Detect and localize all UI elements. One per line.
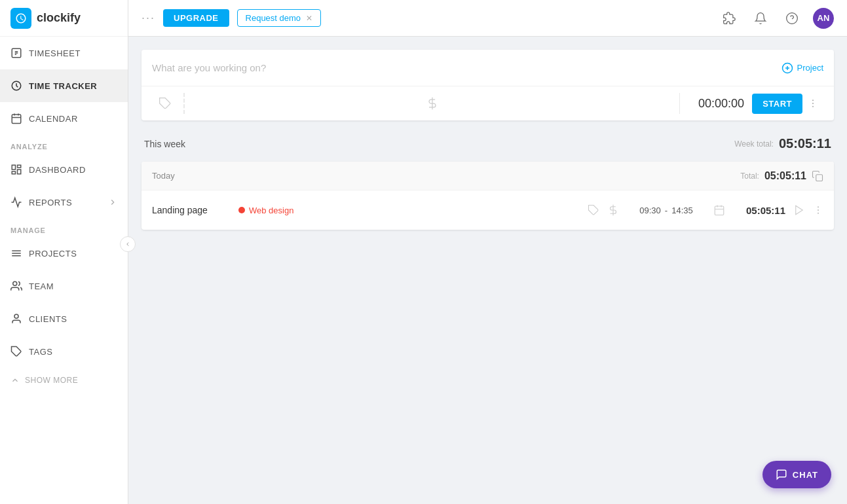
dollar-icon — [607, 204, 619, 216]
help-icon[interactable] — [781, 8, 802, 29]
project-dot — [238, 207, 245, 213]
bell-icon[interactable] — [750, 8, 771, 29]
sidebar-item-reports[interactable]: REPORTS — [0, 186, 128, 219]
timer-middle — [190, 90, 674, 117]
sidebar-item-time-tracker[interactable]: TIME TRACKER — [0, 69, 128, 102]
entry-play-button[interactable] — [793, 204, 805, 216]
calendar-icon — [713, 204, 725, 216]
chat-button[interactable]: CHAT — [762, 461, 831, 488]
copy-day-button[interactable] — [812, 170, 823, 182]
tag-icon — [159, 97, 172, 110]
chat-label: CHAT — [793, 470, 818, 480]
sidebar-item-projects[interactable]: PROJECTS — [0, 237, 128, 270]
svg-rect-5 — [12, 115, 21, 124]
chat-icon — [776, 469, 787, 480]
svg-marker-33 — [796, 206, 803, 215]
entry-tag-button[interactable] — [588, 204, 599, 216]
tag-button[interactable] — [152, 90, 178, 117]
entry-project-name[interactable]: Web design — [249, 206, 293, 215]
clients-icon — [10, 313, 22, 325]
projects-label: PROJECTS — [29, 249, 77, 259]
show-more-label: SHOW MORE — [25, 376, 78, 385]
collapse-icon — [124, 241, 131, 247]
sidebar-item-tags[interactable]: TAGS — [0, 335, 128, 368]
entry-time-start[interactable]: 09:30 — [639, 206, 661, 215]
sidebar-collapse-button[interactable] — [120, 236, 136, 252]
day-group-today: Today Total: 05:05:11 Landing page Web d… — [141, 162, 834, 230]
svg-point-25 — [812, 106, 814, 107]
logo-icon — [10, 8, 31, 29]
calendar-icon — [10, 113, 22, 124]
chevron-up-icon — [10, 376, 20, 385]
upgrade-button[interactable]: UPGRADE — [163, 9, 229, 27]
start-button[interactable]: START — [752, 94, 802, 114]
week-total-area: Week total: 05:05:11 — [734, 136, 831, 151]
topbar-dots[interactable]: ··· — [141, 11, 155, 25]
svg-rect-9 — [12, 165, 15, 170]
svg-point-35 — [818, 209, 819, 211]
puzzle-icon[interactable] — [719, 8, 740, 29]
time-tracker-icon — [10, 80, 22, 92]
svg-point-24 — [812, 103, 814, 104]
copy-icon — [812, 170, 823, 182]
add-project-button[interactable]: Project — [781, 62, 823, 74]
timer-input-row: Project — [141, 50, 834, 86]
svg-rect-12 — [12, 171, 15, 174]
week-total-label: Week total: — [734, 139, 774, 149]
calendar-label: CALENDAR — [29, 114, 78, 124]
tag-icon — [588, 204, 599, 216]
ellipsis-vertical-icon — [808, 98, 818, 109]
sidebar-item-calendar[interactable]: CALENDAR — [0, 102, 128, 135]
entry-calendar-button[interactable] — [713, 204, 725, 216]
entry-description: Landing page — [152, 205, 231, 215]
entry-billing-button[interactable] — [607, 204, 619, 216]
svg-point-16 — [787, 12, 798, 24]
project-label: Project — [797, 63, 823, 73]
entry-project: Web design — [238, 206, 293, 215]
table-row: Landing page Web design 09:30 - 14:35 — [141, 190, 834, 230]
sidebar-item-team[interactable]: TEAM — [0, 270, 128, 302]
analyze-section-label: ANALYZE — [0, 135, 128, 153]
divider-2 — [679, 93, 680, 114]
divider-1 — [183, 93, 185, 114]
timer-card: Project 00:00:00 START — [141, 50, 834, 120]
week-header: This week Week total: 05:05:11 — [141, 131, 834, 156]
ellipsis-vertical-icon — [813, 205, 823, 215]
timer-display: 00:00:00 — [685, 97, 744, 111]
logo-text: clockify — [37, 11, 81, 25]
svg-rect-26 — [816, 174, 823, 181]
timer-controls-row: 00:00:00 START — [141, 86, 834, 120]
timer-description-input[interactable] — [152, 62, 781, 73]
time-tracker-label: TIME TRACKER — [29, 81, 97, 91]
entry-duration: 05:05:11 — [733, 205, 785, 216]
billing-button[interactable] — [419, 90, 445, 117]
chevron-right-icon — [108, 198, 117, 207]
reports-icon — [10, 196, 22, 208]
sidebar-item-timesheet[interactable]: TIMESHEET — [0, 37, 128, 69]
svg-point-34 — [818, 206, 819, 207]
topbar-right: AN — [719, 8, 834, 29]
entry-more-button[interactable] — [813, 205, 823, 215]
svg-point-13 — [13, 281, 17, 285]
sidebar-item-dashboard[interactable]: DASHBOARD — [0, 153, 128, 186]
timesheet-icon — [10, 47, 22, 59]
timesheet-label: TIMESHEET — [29, 48, 81, 58]
main-area: ··· UPGRADE Request demo ✕ AN — [128, 0, 847, 504]
topbar: ··· UPGRADE Request demo ✕ AN — [128, 0, 847, 37]
projects-icon — [10, 247, 22, 259]
avatar[interactable]: AN — [813, 8, 834, 29]
logo-area: clockify — [0, 0, 128, 37]
timer-more-button[interactable] — [802, 96, 823, 111]
sidebar: clockify TIMESHEET TIME TRACKER CALENDAR… — [0, 0, 128, 504]
request-demo-button[interactable]: Request demo ✕ — [237, 9, 322, 27]
show-more-button[interactable]: SHOW MORE — [0, 368, 128, 393]
plus-circle-icon — [781, 62, 793, 74]
week-label: This week — [144, 139, 185, 149]
dashboard-label: DASHBOARD — [29, 165, 86, 175]
close-icon[interactable]: ✕ — [306, 14, 312, 23]
day-header: Today Total: 05:05:11 — [141, 162, 834, 190]
entry-time-end[interactable]: 14:35 — [671, 206, 693, 215]
sidebar-item-clients[interactable]: CLIENTS — [0, 302, 128, 335]
tags-icon — [10, 346, 22, 357]
reports-label: REPORTS — [29, 198, 72, 207]
